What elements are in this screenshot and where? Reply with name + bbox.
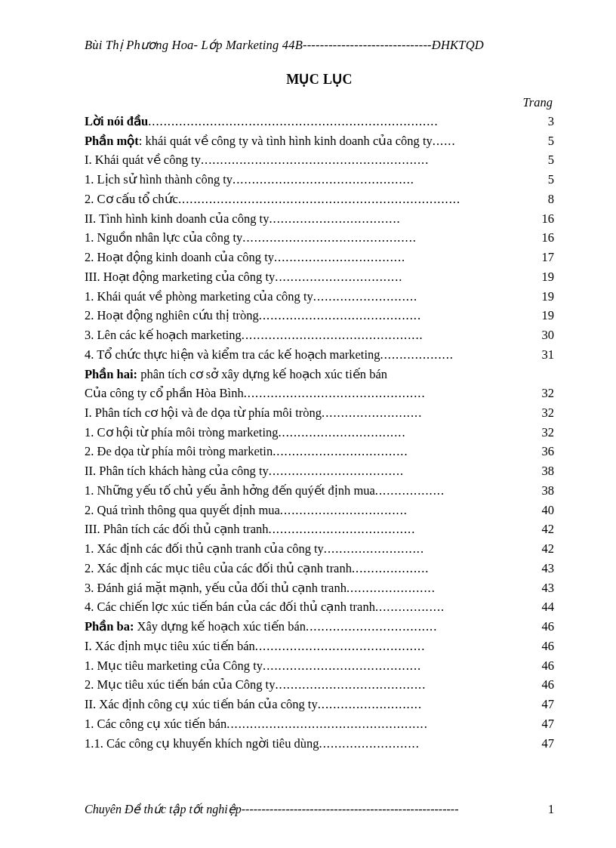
toc-entry-text: I. Xác định mục tiêu xúc tiến bán [85,639,255,653]
toc-page-number: 38 [518,481,554,501]
toc-row: 1. Cơ hội từ phía môi tròng marketing...… [85,423,554,443]
toc-entry-label: Phần ba: Xây dựng kế hoạch xúc tiến bán [85,617,306,637]
toc-page-number: 16 [518,228,554,248]
toc-row: 1. Mục tiêu marketing của Công ty.......… [85,656,554,676]
toc-entry-label: III. Phân tích các đối thủ cạnh tranh [85,520,269,539]
toc-page-number: 43 [518,578,554,598]
toc-leader-dots: .......................... [322,403,422,423]
toc-row: 1. Lịch sử hình thành công ty...........… [85,170,554,190]
toc-entry-label: I. Phân tích cơ hội và đe dọa từ phía mô… [85,403,322,423]
toc-entry-label: 1. Cơ hội từ phía môi tròng marketing [85,423,278,443]
toc-row: 2. Hoạt động nghiên cứu thị tròng.......… [85,306,554,325]
toc-page-number: 32 [518,423,554,443]
toc-entry-label: 4. Các chiến lợc xúc tiến bán của các đố… [85,597,375,617]
toc-entry-text: 2. Hoạt động nghiên cứu thị tròng [85,308,259,322]
toc-row: 2. Mục tiêu xúc tiến bán của Công ty....… [85,675,554,695]
toc-entry-text: 1. Lịch sử hình thành công ty [85,172,233,187]
toc-page-number: 44 [518,597,554,617]
toc-row: I. Khái quát về công ty.................… [85,150,554,170]
toc-page-number: 38 [518,461,554,481]
toc-leader-dots: .................................. [269,209,400,229]
toc-entry-text: III. Hoạt động marketing của công ty [85,270,275,284]
toc-entry-label: 1. Những yếu tố chủ yếu ảnh hởng đến quý… [85,481,375,501]
toc-leader-dots: ...... [433,131,456,151]
toc-entry-text: 2. Đe dọa từ phía môi tròng marketin [85,444,273,458]
toc-entry-text: Xây dựng kế hoạch xúc tiến bán [134,619,306,634]
toc-page-number: 16 [518,209,554,229]
toc-leader-dots: ........................................… [259,306,421,325]
toc-entry-label: I. Khái quát về công ty [85,150,201,170]
toc-row: 2. Cơ cấu tổ chức.......................… [85,190,554,209]
toc-leader-dots: ................................. [280,501,408,520]
toc-entry-label: 1. Mục tiêu marketing của Công ty [85,656,263,676]
toc-leader-dots: ................................. [278,423,405,443]
toc-page-number: 47 [518,695,554,714]
toc-page-number: 32 [518,403,554,423]
toc-row: Phần ba: Xây dựng kế hoạch xúc tiến bán.… [85,617,554,637]
header-author: Bùi Thị Phương Hoa- Lớp Marketing 44B [85,38,303,52]
toc-entry-label: 1.1. Các công cụ khuyến khích ngời tiêu … [85,734,319,754]
toc-entry-label: 2. Cơ cấu tổ chức [85,190,178,209]
toc-row: Lời nói đầu.............................… [85,112,554,131]
toc-entry-label: 2. Hoạt động nghiên cứu thị tròng [85,306,259,325]
toc-leader-dots: ................................. [275,267,402,287]
toc-entry-bold: Phần ba: [85,619,134,634]
toc-row: III. Hoạt động marketing của công ty....… [85,267,554,287]
toc-entry-text: 2. Mục tiêu xúc tiến bán của Công ty [85,677,275,692]
footer-page-number: 1 [533,803,554,816]
toc-leader-dots: ........................................… [178,190,460,209]
toc-entry-text: I. Khái quát về công ty [85,153,201,167]
toc-entry-label: III. Hoạt động marketing của công ty [85,267,275,287]
toc-entry-text: 2. Xác định các mục tiêu của các đối thủ… [85,561,352,575]
footer-text: Chuyên Đề thức tập tốt nghiệp [85,802,242,816]
toc-entry-label: II. Xác định công cụ xúc tiến bán của cô… [85,695,318,714]
toc-page-number: 46 [518,617,554,637]
header-right: ĐHKTQD [432,38,484,52]
toc-page-number: 42 [518,539,554,559]
toc-entry-label: 2. Đe dọa từ phía môi tròng marketin [85,442,273,461]
toc-leader-dots: ................................... [273,442,408,461]
toc-entry-text: 4. Tổ chức thực hiện và kiểm tra các kế … [85,347,380,362]
toc-entry-text: 2. Quá trình thông qua quyết định mua [85,503,280,517]
toc-page-number: 17 [518,248,554,267]
toc-page-number: 46 [518,656,554,676]
toc-row: 1. Xác định các đối thủ cạnh tranh của c… [85,539,554,559]
toc-entry-text: II. Tình hình kinh doanh của công ty [85,211,269,226]
toc-entry-label: 1. Khái quát về phòng marketing của công… [85,287,313,307]
toc-row: 2. Quá trình thông qua quyết định mua...… [85,501,554,520]
toc-entry-label: 2. Mục tiêu xúc tiến bán của Công ty [85,675,275,695]
toc-entry-text: phân tích cơ sở xây dựng kế hoạch xúc ti… [137,367,387,381]
toc-entry-text: 2. Hoạt động kinh doanh của công ty [85,250,274,264]
toc-row: 2. Đe dọa từ phía môi tròng marketin....… [85,442,554,461]
toc-title: MỤC LỤC [85,71,554,88]
toc-entry-text: 1. Các công cụ xúc tiến bán [85,717,226,731]
toc-leader-dots: ........................................… [201,150,429,170]
toc-leader-dots: ........................................… [226,714,428,734]
toc-entry-text: 1. Cơ hội từ phía môi tròng marketing [85,425,278,439]
toc-entry-label: II. Tình hình kinh doanh của công ty [85,209,269,229]
toc-row: Phần một: khái quát về công ty và tình h… [85,131,554,151]
footer-dashes: ----------------------------------------… [242,803,459,816]
toc-page-number: 30 [518,325,554,345]
toc-row: 1.1. Các công cụ khuyến khích ngời tiêu … [85,734,554,754]
toc-leader-dots: .................... [352,559,430,578]
toc-page-number: 19 [518,306,554,325]
toc-page-number: 47 [518,734,554,754]
toc-leader-dots: ................................... [269,461,404,481]
toc-row: 1. Nguồn nhân lực của công ty...........… [85,228,554,248]
toc-entry-label: 2. Quá trình thông qua quyết định mua [85,501,280,520]
toc-entry-text: 1. Xác định các đối thủ cạnh tranh của c… [85,541,324,556]
toc-row: I. Phân tích cơ hội và đe dọa từ phía mô… [85,403,554,423]
toc-leader-dots: .......................... [319,734,420,754]
toc-entry-label: 1. Các công cụ xúc tiến bán [85,714,226,734]
toc-entry-label: 2. Xác định các mục tiêu của các đối thủ… [85,559,352,578]
toc-row: 1. Những yếu tố chủ yếu ảnh hởng đến quý… [85,481,554,501]
toc-page-number: 19 [518,267,554,287]
toc-entry-text: 1. Mục tiêu marketing của Công ty [85,658,263,673]
toc-leader-dots: ....................................... [275,675,426,695]
toc-entry-label: Phần hai: phân tích cơ sở xây dựng kế ho… [85,365,387,384]
toc-entry-label: I. Xác định mục tiêu xúc tiến bán [85,637,255,656]
toc-leader-dots: .................. [375,481,445,501]
toc-entry-text: Của công ty cổ phần Hòa Bình [85,386,244,400]
toc-row: 2. Xác định các mục tiêu của các đối thủ… [85,559,554,578]
